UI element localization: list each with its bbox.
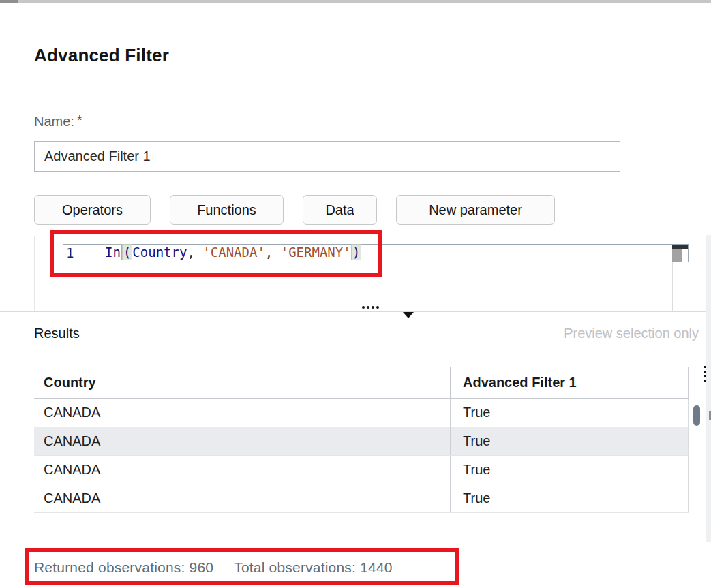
page-scrollbar-track[interactable] (706, 235, 711, 542)
results-table: Country Advanced Filter 1 CANADA True CA… (34, 367, 689, 513)
splitter-divider (0, 311, 706, 312)
column-header-advanced-filter[interactable]: Advanced Filter 1 (450, 367, 689, 398)
code-column-token: Country (132, 245, 187, 260)
cell-country[interactable]: CANADA (34, 484, 450, 512)
code-string-token: 'CANADA' (202, 245, 265, 260)
advanced-filter-dialog: Advanced Filter Name:* Operators Functio… (0, 0, 711, 588)
column-header-country[interactable]: Country (34, 367, 450, 398)
code-close-paren: ) (351, 244, 361, 260)
editor-scrollbar-cap[interactable] (672, 245, 688, 249)
required-asterisk: * (77, 112, 82, 127)
editor-left-border (34, 236, 35, 311)
table-header-row: Country Advanced Filter 1 (34, 367, 689, 399)
cell-country[interactable]: CANADA (34, 456, 450, 484)
operators-button[interactable]: Operators (34, 195, 151, 225)
table-scrollbar-thumb[interactable] (693, 405, 700, 426)
functions-button[interactable]: Functions (170, 195, 284, 225)
code-separator: , (187, 245, 202, 260)
cell-country[interactable]: CANADA (34, 399, 450, 427)
cell-filter-value[interactable]: True (450, 399, 689, 427)
name-label: Name:* (34, 114, 82, 129)
code-open-paren: ( (122, 244, 132, 260)
line-number: 1 (66, 244, 74, 262)
editor-scrollbar-thumb[interactable] (672, 249, 682, 262)
returned-observations: Returned observations: 960 (34, 559, 213, 575)
window-top-edge-left (0, 0, 18, 3)
collapse-arrow-icon[interactable] (403, 312, 414, 318)
cell-filter-value[interactable]: True (450, 456, 689, 484)
expression-code[interactable]: In(Country, 'CANADA', 'GERMANY') (104, 244, 361, 262)
cell-filter-value[interactable]: True (450, 427, 689, 455)
table-row[interactable]: CANADA True (34, 399, 689, 427)
vertical-ellipsis-icon[interactable] (704, 366, 706, 382)
results-heading: Results (34, 326, 80, 341)
code-separator: , (265, 245, 281, 260)
table-row-selected[interactable]: CANADA True (34, 427, 689, 456)
total-observations: Total observations: 1440 (234, 559, 392, 575)
code-string-token: 'GERMANY' (281, 245, 351, 260)
editor-scrollbar-track-line (672, 262, 673, 311)
splitter-handle-icon[interactable] (362, 306, 379, 309)
new-parameter-button[interactable]: New parameter (396, 195, 555, 225)
window-top-edge (0, 0, 711, 3)
table-row[interactable]: CANADA True (34, 456, 689, 484)
preview-selection-toggle[interactable]: Preview selection only (564, 326, 699, 341)
data-button[interactable]: Data (303, 195, 377, 225)
observation-status: Returned observations: 960Total observat… (34, 557, 393, 578)
cell-filter-value[interactable]: True (450, 484, 689, 512)
filter-name-input[interactable] (34, 141, 620, 172)
page-title: Advanced Filter (34, 45, 169, 66)
table-row[interactable]: CANADA True (34, 484, 689, 513)
cell-country[interactable]: CANADA (34, 427, 450, 455)
code-function-token: In (104, 244, 122, 260)
